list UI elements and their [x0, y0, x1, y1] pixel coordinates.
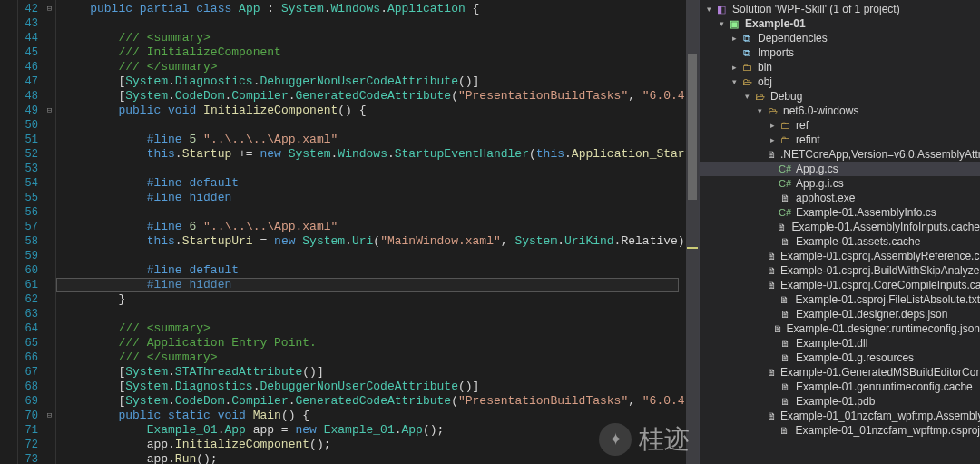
tree-item[interactable]: C#App.g.cs — [700, 162, 980, 176]
line-number: 56 — [18, 205, 38, 220]
code-line[interactable]: [System.STAThreadAttribute()] — [62, 365, 686, 380]
code-line[interactable]: public void InitializeComponent() { — [62, 104, 686, 118]
tree-item[interactable]: 🗎Example-01.designer.deps.json — [700, 307, 980, 321]
code-line[interactable]: public static void Main() { — [62, 409, 686, 423]
code-line[interactable]: app.InitializeComponent(); — [62, 438, 686, 452]
tree-item[interactable]: ◧Solution 'WPF-Skill' (1 of 1 project) — [700, 2, 980, 16]
fold-toggle — [44, 31, 55, 45]
tree-item[interactable]: 🗎Example-01_01nzcfam_wpftmp.csproj — [700, 423, 980, 438]
expander-icon[interactable] — [729, 31, 740, 45]
line-number: 73 — [18, 452, 38, 464]
tree-item[interactable]: 🗁Debug — [700, 89, 980, 104]
code-line[interactable] — [62, 118, 686, 133]
code-line[interactable]: /// <summary> — [62, 321, 686, 336]
tree-item-label: Example-01.csproj.FileListAbsolute.txt — [796, 292, 980, 307]
code-line[interactable]: public partial class App : System.Window… — [62, 2, 686, 16]
code-line[interactable]: this.Startup += new System.Windows.Start… — [62, 147, 686, 162]
fold-gutter[interactable]: ⊟⊟⊟ — [44, 0, 56, 464]
expander-icon[interactable] — [729, 60, 740, 74]
tree-item[interactable]: 🗀refint — [700, 133, 980, 147]
ref-icon: ⧉ — [740, 45, 754, 60]
tree-item[interactable]: 🗎.NETCoreApp,Version=v6.0.AssemblyAttrib… — [700, 147, 980, 162]
expander-icon[interactable] — [716, 16, 727, 31]
tree-item[interactable]: 🗎Example-01.csproj.AssemblyReference.cac… — [700, 249, 980, 263]
tree-item[interactable]: 🗎Example-01.csproj.CoreCompileInputs.cac… — [700, 278, 980, 292]
fold-toggle[interactable]: ⊟ — [44, 104, 55, 118]
code-line[interactable]: this.StartupUri = new System.Uri("MainWi… — [62, 234, 686, 249]
tree-item[interactable]: 🗎Example-01.csproj.BuildWithSkipAnalyzer… — [700, 263, 980, 278]
expander-icon[interactable] — [754, 104, 765, 118]
scrollbar-thumb[interactable] — [688, 54, 697, 200]
line-number: 64 — [18, 321, 38, 336]
tree-item[interactable]: 🗎Example-01.pdb — [700, 394, 980, 409]
code-line[interactable]: /// <summary> — [62, 31, 686, 45]
tree-item[interactable]: 🗎Example-01_01nzcfam_wpftmp.AssemblyInfo — [700, 409, 980, 423]
tree-item[interactable]: ▣Example-01 — [700, 16, 980, 31]
code-editor[interactable]: 4243444546474849505152535455565758596061… — [0, 0, 699, 464]
fold-toggle[interactable]: ⊟ — [44, 409, 55, 423]
code-line[interactable]: Example_01.App app = new Example_01.App(… — [62, 423, 686, 438]
vertical-scrollbar[interactable] — [686, 0, 699, 464]
expander-icon[interactable] — [767, 118, 778, 133]
tree-item[interactable]: C#Example-01.AssemblyInfo.cs — [700, 205, 980, 220]
tree-item[interactable]: 🗎Example-01.csproj.FileListAbsolute.txt — [700, 292, 980, 307]
tree-item[interactable]: 🗎Example-01.g.resources — [700, 350, 980, 365]
tree-item[interactable]: 🗎Example-01.GeneratedMSBuildEditorConfig — [700, 365, 980, 380]
code-line[interactable]: #line hidden — [62, 278, 686, 292]
fold-toggle — [44, 147, 55, 162]
code-line[interactable]: [System.Diagnostics.DebuggerNonUserCodeA… — [62, 74, 686, 89]
code-line[interactable]: #line default — [62, 263, 686, 278]
code-line[interactable] — [62, 307, 686, 321]
code-line[interactable]: [System.Diagnostics.DebuggerNonUserCodeA… — [62, 380, 686, 394]
code-line[interactable]: [System.CodeDom.Compiler.GeneratedCodeAt… — [62, 394, 686, 409]
fold-toggle[interactable]: ⊟ — [44, 2, 55, 16]
code-line[interactable]: [System.CodeDom.Compiler.GeneratedCodeAt… — [62, 89, 686, 104]
line-number: 49 — [18, 104, 38, 118]
tree-item[interactable]: ⧉Imports — [700, 45, 980, 60]
tree-item[interactable]: 🗎Example-01.dll — [700, 336, 980, 350]
fold-toggle — [44, 292, 55, 307]
code-line[interactable]: /// InitializeComponent — [62, 45, 686, 60]
code-line[interactable]: #line default — [62, 176, 686, 191]
tree-item-label: Example-01.designer.runtimeconfig.json — [787, 321, 980, 336]
expander-icon[interactable] — [703, 2, 714, 16]
folder-open-icon: 🗁 — [765, 104, 779, 118]
solution-tree[interactable]: ◧Solution 'WPF-Skill' (1 of 1 project)▣E… — [700, 0, 980, 464]
code-line[interactable]: } — [62, 292, 686, 307]
tree-item[interactable]: 🗁net6.0-windows — [700, 104, 980, 118]
tree-item[interactable]: 🗎Example-01.designer.runtimeconfig.json — [700, 321, 980, 336]
tree-item[interactable]: 🗎Example-01.assets.cache — [700, 234, 980, 249]
expander-icon[interactable] — [741, 89, 752, 104]
code-area[interactable]: public partial class App : System.Window… — [56, 0, 686, 464]
code-line[interactable]: #line 6 "..\..\..\App.xaml" — [62, 220, 686, 234]
tree-item[interactable]: 🗎apphost.exe — [700, 191, 980, 205]
tree-item[interactable]: 🗎Example-01.AssemblyInfoInputs.cache — [700, 220, 980, 234]
code-line[interactable]: #line 5 "..\..\..\App.xaml" — [62, 133, 686, 147]
line-number: 72 — [18, 438, 38, 452]
code-line[interactable]: /// </summary> — [62, 60, 686, 74]
code-line[interactable]: /// </summary> — [62, 350, 686, 365]
code-line[interactable] — [62, 16, 686, 31]
tree-item[interactable]: ⧉Dependencies — [700, 31, 980, 45]
tree-item-label: net6.0-windows — [783, 104, 858, 118]
fold-toggle — [44, 350, 55, 365]
fold-toggle — [44, 336, 55, 350]
tree-item[interactable]: C#App.g.i.cs — [700, 176, 980, 191]
code-line[interactable]: app.Run(); — [62, 452, 686, 464]
fold-toggle — [44, 220, 55, 234]
tree-item[interactable]: 🗀ref — [700, 118, 980, 133]
code-line[interactable] — [62, 249, 686, 263]
code-line[interactable]: #line hidden — [62, 191, 686, 205]
code-line[interactable] — [62, 205, 686, 220]
expander-icon[interactable] — [729, 74, 740, 89]
folder-open-icon: 🗁 — [752, 89, 767, 104]
tree-item[interactable]: 🗀bin — [700, 60, 980, 74]
code-line[interactable]: /// Application Entry Point. — [62, 336, 686, 350]
tree-item[interactable]: 🗎Example-01.genruntimeconfig.cache — [700, 380, 980, 394]
solution-explorer[interactable]: ◧Solution 'WPF-Skill' (1 of 1 project)▣E… — [699, 0, 980, 464]
line-number: 53 — [18, 162, 38, 176]
outline-gutter — [0, 0, 18, 464]
expander-icon[interactable] — [767, 133, 778, 147]
code-line[interactable] — [62, 162, 686, 176]
tree-item[interactable]: 🗁obj — [700, 74, 980, 89]
